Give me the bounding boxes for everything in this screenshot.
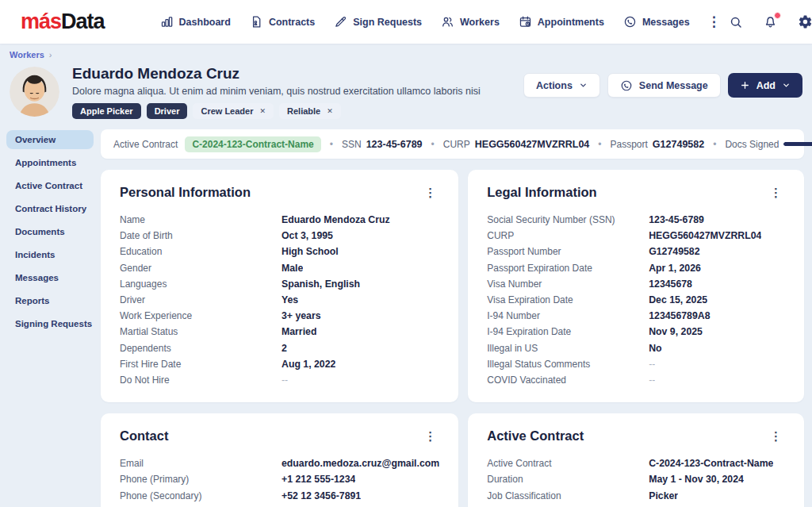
field-label: Social Security Number (SSN) — [487, 214, 649, 225]
field-label: Illegal Status Comments — [487, 359, 649, 370]
worker-subtitle: Dolore magna aliqua. Ut enim ad minim ve… — [72, 86, 481, 97]
search-icon[interactable] — [729, 15, 743, 29]
breadcrumb-workers-link[interactable]: Workers — [10, 50, 44, 60]
summary-field-curp: CURPHEGG560427MVZRRL04 — [443, 139, 590, 150]
field-label: Visa Number — [487, 278, 649, 290]
worker-tag-crew-leader[interactable]: Crew Leader✕ — [193, 103, 274, 119]
sidebar-item-signing-requests[interactable]: Signing Requests — [6, 314, 94, 333]
appointments-icon — [519, 15, 532, 29]
actions-button-label: Actions — [536, 80, 573, 91]
summary-field-ssn: SSN123-45-6789 — [342, 139, 423, 150]
field-label: I-94 Expiration Date — [487, 326, 649, 337]
docs-signed-progressbar — [783, 142, 812, 146]
contract-summary-bar: Active Contract C-2024-123-Contract-Name… — [101, 129, 804, 159]
field-value: -- — [649, 374, 655, 386]
field-row-passport-expiration-date: Passport Expiration DateApr 1, 2026 — [487, 260, 785, 276]
field-value: +52 12 3456-7891 — [282, 490, 361, 501]
worker-avatar[interactable] — [10, 67, 59, 117]
field-value: Oct 3, 1995 — [282, 230, 333, 241]
nav-item-dashboard[interactable]: Dashboard — [151, 9, 240, 35]
nav-item-sign-requests[interactable]: Sign Requests — [324, 9, 431, 35]
sidebar-item-messages[interactable]: Messages — [6, 268, 94, 287]
field-label: I-94 Number — [487, 310, 649, 321]
actions-button[interactable]: Actions — [523, 73, 600, 98]
brand-logo-red: más — [21, 10, 61, 33]
card-menu-kebab-icon[interactable]: ⋮ — [421, 186, 439, 198]
chevron-down-icon — [782, 81, 791, 90]
field-value: G12749582 — [649, 246, 699, 257]
summary-field-label: CURP — [443, 139, 470, 150]
card-menu-kebab-icon[interactable]: ⋮ — [767, 430, 785, 442]
worker-tag-driver[interactable]: Driver — [147, 103, 188, 119]
breadcrumb: Workers › — [0, 44, 812, 60]
sidebar-item-overview[interactable]: Overview — [6, 130, 94, 149]
worker-tag-reliable[interactable]: Reliable✕ — [279, 103, 341, 119]
nav-overflow-menu-icon[interactable]: ⋮ — [699, 10, 729, 33]
send-message-button[interactable]: Send Message — [607, 73, 721, 98]
nav-item-label: Workers — [460, 17, 500, 28]
add-button[interactable]: Add — [728, 73, 802, 98]
nav-right-cluster — [729, 10, 812, 34]
field-row-email: Emaileduardo.medoza.cruz@gmail.com — [120, 455, 439, 471]
nav-item-contracts[interactable]: Contracts — [240, 9, 324, 35]
field-row-job-classification: Job ClassificationPicker — [487, 487, 785, 503]
worker-tags: Apple PickerDriverCrew Leader✕Reliable✕ — [72, 103, 481, 119]
sidebar-item-active-contract[interactable]: Active Contract — [6, 176, 94, 195]
summary-field-label: Passport — [611, 139, 648, 150]
sidebar-item-incidents[interactable]: Incidents — [6, 245, 94, 264]
remove-tag-icon[interactable]: ✕ — [259, 107, 266, 115]
card-menu-kebab-icon[interactable]: ⋮ — [421, 430, 439, 442]
field-label: Gender — [120, 263, 282, 274]
field-row-name: NameEduardo Mendoza Cruz — [120, 212, 439, 228]
field-row-passport-number: Passport NumberG12749582 — [487, 244, 785, 259]
active-contract-pill[interactable]: C-2024-123-Contract-Name — [185, 136, 320, 152]
field-row-education: EducationHigh School — [120, 244, 439, 259]
field-row-driver: DriverYes — [120, 292, 439, 308]
docs-signed-field: Docs Signed 80% — [725, 138, 812, 150]
field-label: Phone (Primary) — [120, 474, 282, 485]
field-label: Visa Expiration Date — [487, 294, 649, 305]
field-row-gender: GenderMale — [120, 260, 439, 276]
field-row-visa-number: Visa Number12345678 — [487, 276, 785, 292]
chevron-down-icon — [579, 81, 588, 90]
worker-sidebar: OverviewAppointmentsActive ContractContr… — [6, 129, 94, 507]
field-row-dependents: Dependents2 — [120, 340, 439, 356]
field-row-salary: Salary$ 15 / Hour — [487, 504, 785, 507]
card-header: Active Contract⋮ — [487, 428, 785, 444]
sidebar-item-appointments[interactable]: Appointments — [6, 153, 94, 172]
field-value: HEGG560427MVZRRL04 — [649, 230, 761, 241]
tag-label: Reliable — [287, 106, 320, 116]
nav-item-messages[interactable]: Messages — [614, 9, 699, 35]
tag-label: Driver — [155, 106, 180, 116]
field-row-duration: DurationMay 1 - Nov 30, 2024 — [487, 471, 785, 487]
sign-requests-icon — [334, 15, 347, 29]
header-actions: Actions Send Message Add — [523, 65, 802, 98]
field-row-facebook: Facebookeduardo.mendoza.cruz97 — [120, 504, 439, 507]
workers-icon — [441, 15, 454, 29]
sidebar-item-contract-history[interactable]: Contract History — [6, 199, 94, 218]
field-value: Male — [282, 263, 303, 274]
brand-logo[interactable]: másData — [21, 10, 105, 34]
field-label: Education — [120, 246, 282, 257]
card-title: Active Contract — [487, 428, 584, 444]
field-value: C-2024-123-Contract-Name — [649, 458, 773, 469]
nav-item-label: Sign Requests — [353, 17, 422, 28]
nav-item-appointments[interactable]: Appointments — [509, 9, 614, 35]
worker-tag-apple-picker[interactable]: Apple Picker — [72, 103, 141, 119]
card-menu-kebab-icon[interactable]: ⋮ — [767, 186, 785, 198]
field-row-curp: CURPHEGG560427MVZRRL04 — [487, 228, 785, 244]
summary-fields: •SSN123-45-6789•CURPHEGG560427MVZRRL04•P… — [328, 139, 704, 150]
field-row-illegal-status-comments: Illegal Status Comments-- — [487, 356, 785, 372]
field-value: -- — [282, 374, 288, 386]
remove-tag-icon[interactable]: ✕ — [327, 107, 333, 115]
field-label: Passport Number — [487, 246, 649, 257]
settings-gear-icon[interactable] — [798, 14, 812, 29]
notifications-bell-icon[interactable] — [763, 14, 778, 29]
top-navbar: másData DashboardContractsSign RequestsW… — [0, 0, 812, 44]
nav-item-workers[interactable]: Workers — [431, 9, 509, 35]
field-value: 123-45-6789 — [649, 214, 704, 225]
messages-icon — [623, 15, 637, 29]
sidebar-item-reports[interactable]: Reports — [6, 291, 94, 310]
sidebar-item-documents[interactable]: Documents — [6, 222, 94, 241]
field-label: Languages — [120, 278, 282, 290]
